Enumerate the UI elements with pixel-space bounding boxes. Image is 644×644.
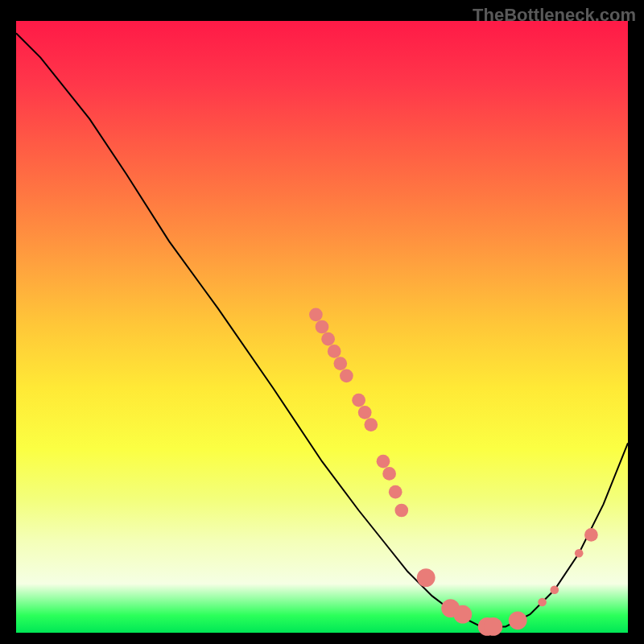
data-point xyxy=(382,467,396,481)
plot-area xyxy=(16,21,628,633)
data-point xyxy=(584,528,598,542)
data-point xyxy=(358,406,372,419)
data-point xyxy=(453,605,472,624)
data-point xyxy=(484,617,502,636)
data-point xyxy=(538,598,547,607)
data-point xyxy=(550,585,559,594)
watermark-text: TheBottleneck.com xyxy=(473,5,636,26)
data-point xyxy=(394,504,408,518)
data-point xyxy=(309,308,323,321)
data-point xyxy=(389,485,402,499)
data-point xyxy=(364,418,378,431)
chart-svg xyxy=(16,21,628,633)
data-point xyxy=(352,394,365,407)
data-point xyxy=(321,332,335,346)
data-point xyxy=(340,369,353,382)
data-point xyxy=(316,320,329,334)
data-point xyxy=(377,455,390,469)
data-point xyxy=(509,611,527,630)
data-point xyxy=(333,357,347,370)
points-layer xyxy=(309,308,598,635)
data-point xyxy=(575,549,584,558)
data-point xyxy=(328,345,341,358)
data-point xyxy=(417,568,436,587)
